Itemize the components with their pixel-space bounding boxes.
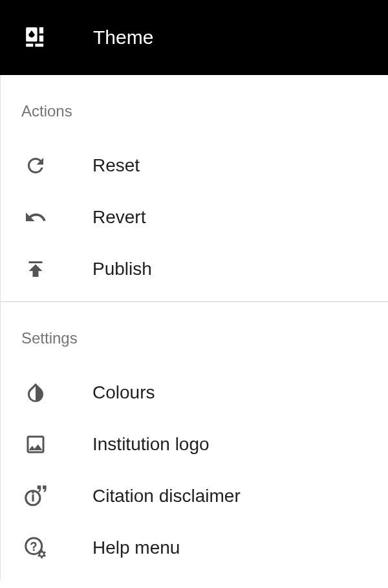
reset-label: Reset [92,155,140,176]
help-menu-item[interactable]: Help menu [1,522,388,574]
citation-icon [23,483,48,509]
actions-header: Actions [1,102,388,140]
citation-disclaimer-label: Citation disclaimer [92,486,241,506]
svg-rect-7 [32,492,34,494]
institution-logo-item[interactable]: Institution logo [1,419,388,470]
help-menu-label: Help menu [92,538,180,558]
image-icon [23,431,48,457]
revert-icon [23,204,48,230]
header: Theme [0,0,388,75]
reset-icon [23,153,48,179]
colours-item[interactable]: Colours [1,367,388,419]
svg-rect-2 [39,36,43,42]
svg-rect-6 [32,494,34,501]
revert-label: Revert [92,207,146,228]
page-title: Theme [93,27,153,49]
svg-rect-4 [35,44,43,47]
citation-disclaimer-item[interactable]: Citation disclaimer [1,470,388,522]
settings-section: Settings Colours Institution logo [1,301,388,580]
revert-item[interactable]: Revert [1,191,388,243]
content: Actions Reset Revert Publ [0,75,388,580]
colours-label: Colours [92,382,155,403]
institution-logo-label: Institution logo [92,434,210,455]
svg-rect-3 [26,44,33,47]
reset-item[interactable]: Reset [1,140,388,191]
svg-rect-1 [39,27,43,34]
colours-icon [23,380,48,406]
publish-item[interactable]: Publish [1,243,388,295]
publish-icon [23,256,48,282]
theme-icon [23,25,49,50]
settings-header: Settings [1,329,388,367]
help-settings-icon [23,535,48,561]
publish-label: Publish [92,259,152,279]
actions-section: Actions Reset Revert Publ [1,75,388,301]
